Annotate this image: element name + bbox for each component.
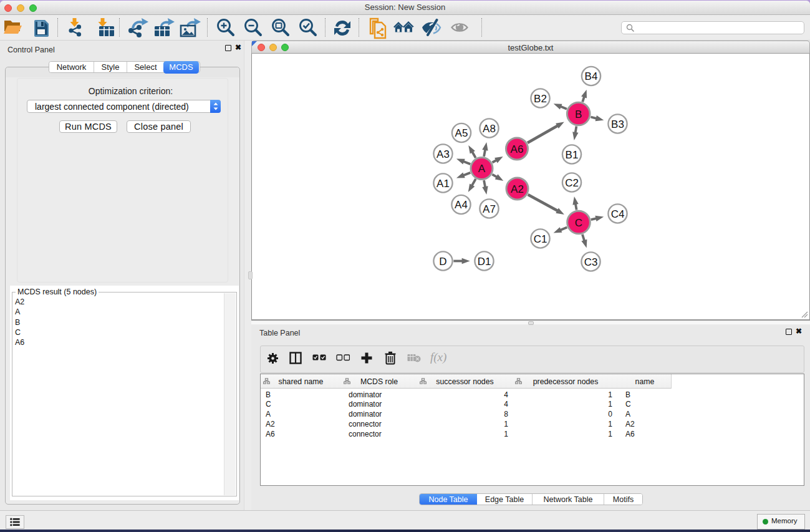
svg-text:A2: A2: [511, 183, 524, 195]
svg-text:D1: D1: [478, 256, 491, 268]
svg-text:A6: A6: [511, 143, 524, 155]
svg-text:C4: C4: [611, 208, 625, 220]
svg-text:C1: C1: [534, 233, 547, 245]
svg-text:B1: B1: [566, 149, 579, 161]
svg-text:D: D: [439, 256, 446, 268]
svg-text:A4: A4: [455, 199, 468, 211]
svg-text:A: A: [478, 163, 486, 175]
svg-text:A1: A1: [436, 178, 450, 190]
svg-text:B: B: [575, 109, 582, 120]
svg-text:C2: C2: [565, 177, 579, 189]
svg-text:B3: B3: [611, 118, 624, 130]
svg-text:A3: A3: [436, 148, 450, 160]
svg-text:C: C: [575, 217, 582, 229]
svg-text:A5: A5: [455, 127, 468, 139]
svg-text:C3: C3: [584, 256, 598, 268]
svg-text:B2: B2: [534, 93, 547, 105]
svg-text:A7: A7: [483, 203, 496, 215]
svg-text:A8: A8: [483, 123, 496, 135]
svg-text:B4: B4: [585, 70, 598, 82]
